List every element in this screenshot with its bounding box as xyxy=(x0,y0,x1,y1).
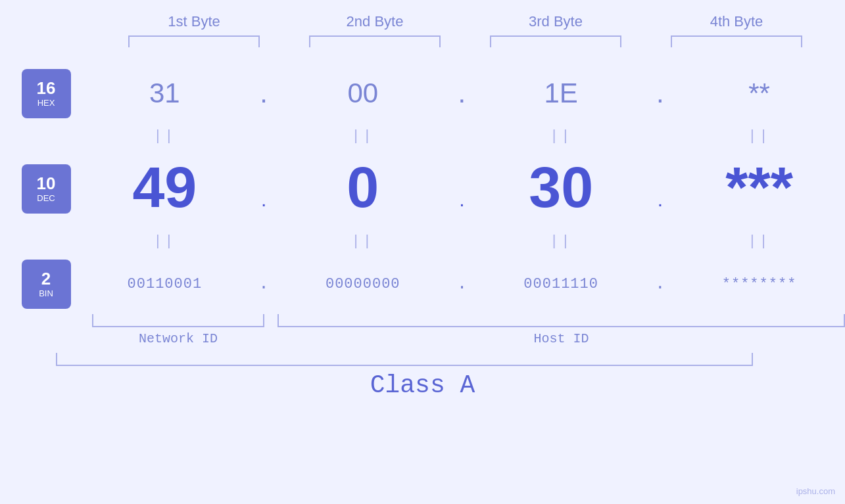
bin-b3-value: 00011110 xyxy=(523,276,598,292)
bracket-top-3 xyxy=(490,35,621,47)
bin-dot1-symbol: . xyxy=(258,274,269,294)
dec-b4-value: *** xyxy=(725,154,793,219)
bin-b2: 00000000 xyxy=(297,276,429,292)
hex-b4: ** xyxy=(694,78,825,109)
dec-badge-area: 10 DEC xyxy=(0,164,92,214)
bin-badge-area: 2 BIN xyxy=(0,260,92,309)
bin-dot-3: . xyxy=(640,274,680,294)
hex-b1: 31 xyxy=(99,78,230,109)
hex-dot-3: . xyxy=(640,78,680,109)
byte-headers-row: 1st Byte 2nd Byte 3rd Byte 4th Byte xyxy=(104,13,827,30)
sep2-b3: || xyxy=(495,233,627,250)
bracket-gap xyxy=(264,314,278,327)
dec-b2-value: 0 xyxy=(347,154,379,219)
hex-badge-label: HEX xyxy=(37,98,55,108)
dec-values: 49 . 0 . 30 . *** xyxy=(92,158,845,219)
bin-values: 00110001 . 00000000 . 00011110 . xyxy=(92,274,845,294)
byte4-header: 4th Byte xyxy=(658,13,815,30)
hex-b3: 1E xyxy=(495,78,627,109)
sep2-b4: || xyxy=(694,233,825,250)
sep1-b2: || xyxy=(297,128,429,145)
byte2-header: 2nd Byte xyxy=(296,13,454,30)
byte1-header: 1st Byte xyxy=(115,13,273,30)
hex-b4-value: ** xyxy=(748,78,770,108)
bin-badge-number: 2 xyxy=(41,269,51,288)
host-id-label: Host ID xyxy=(278,331,845,346)
bin-b2-value: 00000000 xyxy=(326,276,400,292)
hex-dot-1: . xyxy=(244,78,283,109)
hex-b2: 00 xyxy=(297,78,429,109)
watermark: ipshu.com xyxy=(796,486,835,496)
hex-b3-value: 1E xyxy=(544,78,577,108)
top-brackets xyxy=(104,35,827,47)
bin-dot-1: . xyxy=(244,274,283,294)
hex-dot1-symbol: . xyxy=(260,78,268,108)
bin-badge-label: BIN xyxy=(39,288,53,298)
dec-b3: 30 xyxy=(495,158,627,216)
hex-badge-number: 16 xyxy=(37,79,56,98)
dec-badge-number: 10 xyxy=(37,174,56,193)
bottom-brackets-row xyxy=(92,314,845,327)
byte3-header: 3rd Byte xyxy=(477,13,635,30)
main-container: 1st Byte 2nd Byte 3rd Byte 4th Byte 16 H… xyxy=(0,0,845,504)
sep-row-1: || || || || xyxy=(0,120,845,152)
hex-dot-2: . xyxy=(442,78,481,109)
hex-dot3-symbol: . xyxy=(656,78,664,108)
bin-dot-2: . xyxy=(442,274,481,294)
bracket-top-1 xyxy=(128,35,260,47)
dec-badge: 10 DEC xyxy=(22,164,71,214)
network-id-label: Network ID xyxy=(92,331,264,346)
dec-badge-label: DEC xyxy=(37,193,55,203)
bin-row: 2 BIN 00110001 . 00000000 . 00011110 xyxy=(0,258,845,310)
host-id-bracket xyxy=(278,314,845,327)
dec-dot3-symbol: . xyxy=(658,189,663,210)
dec-dot-2: . xyxy=(442,189,481,216)
dec-b3-value: 30 xyxy=(529,154,593,219)
sep1-b4: || xyxy=(694,128,825,145)
hex-dot2-symbol: . xyxy=(458,78,466,108)
bin-b1-value: 00110001 xyxy=(128,276,203,292)
dec-b4: *** xyxy=(694,158,825,216)
bracket-top-4 xyxy=(671,35,802,47)
sep2-values: || || || || xyxy=(92,233,845,250)
sep1-b3: || xyxy=(495,128,627,145)
sep1-values: || || || || xyxy=(92,128,845,145)
dec-dot-1: . xyxy=(244,189,283,216)
dec-b1: 49 xyxy=(99,158,230,216)
sep2-b2: || xyxy=(297,233,429,250)
sep1-b1: || xyxy=(99,128,230,145)
bin-b4-value: ******** xyxy=(722,276,797,292)
bracket-top-2 xyxy=(309,35,441,47)
dec-dot2-symbol: . xyxy=(459,189,464,210)
full-bottom-bracket xyxy=(56,353,753,366)
class-label: Class A xyxy=(0,371,845,400)
network-id-bracket xyxy=(92,314,264,327)
dec-row: 10 DEC 49 . 0 . 30 xyxy=(0,152,845,225)
hex-badge-area: 16 HEX xyxy=(0,69,92,118)
hex-row: 16 HEX 31 . 00 . 1E xyxy=(0,67,845,120)
bin-dot3-symbol: . xyxy=(655,274,665,294)
dec-b1-value: 49 xyxy=(132,154,197,219)
id-labels-row: Network ID Host ID xyxy=(92,331,845,346)
all-rows: 16 HEX 31 . 00 . 1E xyxy=(0,67,845,310)
bin-b3: 00011110 xyxy=(495,276,627,292)
dec-dot1-symbol: . xyxy=(261,189,266,210)
bin-b1: 00110001 xyxy=(99,276,230,292)
hex-values: 31 . 00 . 1E . ** xyxy=(92,78,845,109)
hex-badge: 16 HEX xyxy=(22,69,71,118)
bin-b4: ******** xyxy=(694,276,825,292)
hex-b1-value: 31 xyxy=(149,78,180,108)
sep2-b1: || xyxy=(99,233,230,250)
sep-row-2: || || || || xyxy=(0,225,845,258)
hex-b2-value: 00 xyxy=(347,78,378,108)
dec-b2: 0 xyxy=(297,158,429,216)
dec-dot-3: . xyxy=(640,189,680,216)
bin-badge: 2 BIN xyxy=(22,260,71,309)
bin-dot2-symbol: . xyxy=(457,274,468,294)
